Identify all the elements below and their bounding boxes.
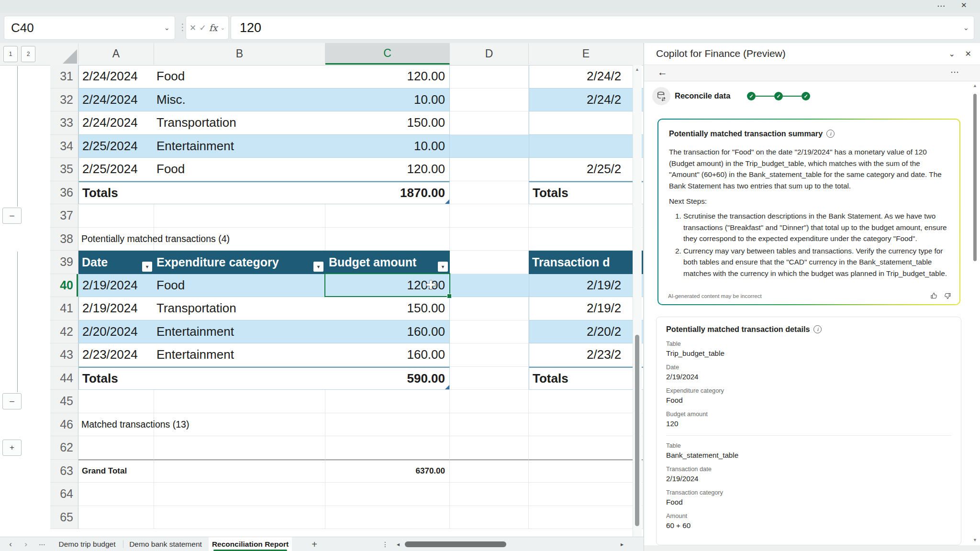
cell-amount[interactable]: 10.00 xyxy=(325,88,450,112)
thumbs-up-icon[interactable] xyxy=(930,292,938,300)
panel-more-icon[interactable]: ⋯ xyxy=(950,67,959,77)
cell-empty[interactable] xyxy=(325,228,450,251)
tabbar-menu-icon[interactable]: ⋮ xyxy=(379,537,391,551)
cell-amount[interactable]: 160.00 xyxy=(325,320,450,344)
scroll-up-icon[interactable]: ▲ xyxy=(635,67,639,72)
cell-empty[interactable] xyxy=(154,483,325,506)
cell-category[interactable]: Food xyxy=(154,274,325,298)
cell-category[interactable]: Misc. xyxy=(154,88,325,112)
table-header-budget-amount[interactable]: Budget amount▾ xyxy=(325,251,450,274)
vertical-scrollbar[interactable]: ▲ xyxy=(633,65,642,537)
cell-empty[interactable] xyxy=(529,460,643,483)
row-header-37[interactable]: 37 xyxy=(50,204,78,228)
function-dropdown-icon[interactable]: ⌄ xyxy=(221,25,225,31)
window-close-icon[interactable]: ✕ xyxy=(961,1,967,10)
row-header-35[interactable]: 35 xyxy=(50,158,78,181)
formula-bar-expand-icon[interactable]: ⌄ xyxy=(963,23,969,32)
panel-scrollbar-thumb[interactable] xyxy=(973,94,977,261)
cell-date[interactable]: 2/25/2024 xyxy=(78,158,154,181)
row-header-45[interactable]: 45 xyxy=(50,390,78,413)
select-all-corner[interactable] xyxy=(50,43,78,65)
table-header-date[interactable]: Date▾ xyxy=(78,251,154,274)
panel-scrollbar[interactable]: ▲ ▼ xyxy=(972,83,978,542)
cell-date[interactable]: 2/25/2024 xyxy=(78,135,154,158)
cell-totals-label[interactable]: Totals xyxy=(529,181,643,205)
cell-transaction-date[interactable]: 2/19/2 xyxy=(529,297,643,320)
hscroll-right-icon[interactable]: ▸ xyxy=(616,537,628,551)
cell-amount[interactable]: 150.00 xyxy=(325,297,450,320)
vertical-scrollbar-thumb[interactable] xyxy=(635,335,639,526)
cell-empty[interactable] xyxy=(450,367,529,390)
cell-empty[interactable] xyxy=(529,413,643,437)
formula-input[interactable]: 120 ⌄ xyxy=(231,16,974,40)
column-header-e[interactable]: E xyxy=(529,43,643,65)
cell-transaction-date[interactable]: 2/20/2 xyxy=(529,320,643,344)
row-header-38[interactable]: 38 xyxy=(50,228,78,251)
cell-empty[interactable] xyxy=(325,506,450,529)
cell-empty[interactable] xyxy=(450,251,529,274)
cell-transaction-date[interactable]: 2/25/2 xyxy=(529,158,643,181)
sheet-nav-forward-icon[interactable]: › xyxy=(20,537,32,551)
row-header-43[interactable]: 43 xyxy=(50,343,78,367)
cell-empty[interactable] xyxy=(450,320,529,344)
cell-empty[interactable] xyxy=(450,181,529,205)
cell-grand-total-label[interactable]: Grand Total xyxy=(78,460,154,483)
scroll-down-icon[interactable]: ▼ xyxy=(973,538,977,542)
cell-empty[interactable] xyxy=(450,297,529,320)
cell-empty[interactable] xyxy=(529,390,643,413)
cell-category[interactable]: Food xyxy=(154,158,325,181)
cell-date[interactable]: 2/23/2024 xyxy=(78,343,154,367)
row-header-44[interactable]: 44 xyxy=(50,367,78,390)
row-header-36[interactable]: 36 xyxy=(50,181,78,205)
cell-transaction-date[interactable]: 2/19/2 xyxy=(529,274,643,298)
cell-empty[interactable] xyxy=(450,460,529,483)
cell-empty[interactable] xyxy=(529,436,643,460)
expand-group-button[interactable]: + xyxy=(2,440,22,456)
cell-transaction-date[interactable] xyxy=(529,135,643,158)
cell-amount[interactable]: 120.00 xyxy=(325,158,450,181)
cell-empty[interactable] xyxy=(450,436,529,460)
window-more-icon[interactable]: ⋯ xyxy=(937,1,945,11)
cell-empty[interactable] xyxy=(450,228,529,251)
cell-transaction-date[interactable] xyxy=(529,111,643,135)
row-header-62[interactable]: 62 xyxy=(50,436,78,460)
cell-totals-amount[interactable]: 1870.00 xyxy=(325,181,450,205)
column-header-c[interactable]: C xyxy=(325,43,450,65)
cell-empty[interactable] xyxy=(450,483,529,506)
filter-dropdown-icon[interactable]: ▾ xyxy=(142,262,152,272)
filter-dropdown-icon[interactable]: ▾ xyxy=(313,262,323,272)
cell-empty[interactable] xyxy=(450,413,529,437)
cell-totals-amount[interactable]: 590.00 xyxy=(325,367,450,390)
cell-empty[interactable] xyxy=(154,181,325,205)
sheet-list-icon[interactable]: ⋯ xyxy=(36,537,48,551)
cell-transaction-date[interactable]: 2/24/2 xyxy=(529,65,643,88)
cell-empty[interactable] xyxy=(450,274,529,298)
cell-totals-label[interactable]: Totals xyxy=(78,367,154,390)
cell-empty[interactable] xyxy=(325,483,450,506)
cell-empty[interactable] xyxy=(529,483,643,506)
cancel-entry-icon[interactable]: ✕ xyxy=(189,23,196,33)
cell-date[interactable]: 2/19/2024 xyxy=(78,274,154,298)
row-header-40[interactable]: 40 xyxy=(50,274,78,298)
cell-empty[interactable] xyxy=(450,135,529,158)
cell-empty[interactable] xyxy=(450,343,529,367)
cell-empty[interactable] xyxy=(154,367,325,390)
cell-category[interactable]: Transportation xyxy=(154,297,325,320)
sheet-tab-reconciliation-report[interactable]: Reconciliation Report xyxy=(209,537,292,551)
cell-empty[interactable] xyxy=(78,204,154,228)
filter-dropdown-icon[interactable]: ▾ xyxy=(438,262,448,272)
cell-empty[interactable] xyxy=(450,204,529,228)
collapse-group-button[interactable]: – xyxy=(2,393,22,409)
horizontal-scrollbar-thumb[interactable] xyxy=(405,541,506,547)
cell-category[interactable]: Entertainment xyxy=(154,343,325,367)
scroll-up-icon[interactable]: ▲ xyxy=(973,83,977,88)
cell-date[interactable]: 2/19/2024 xyxy=(78,297,154,320)
outline-level-1-button[interactable]: 1 xyxy=(3,46,18,62)
row-header-41[interactable]: 41 xyxy=(50,297,78,320)
cell-empty[interactable] xyxy=(154,460,325,483)
cell-amount[interactable]: 150.00 xyxy=(325,111,450,135)
row-header-31[interactable]: 31 xyxy=(50,65,78,88)
cell-empty[interactable] xyxy=(529,228,643,251)
sheet-tab-demo-bank-statement[interactable]: Demo bank statement xyxy=(123,537,208,551)
cell-empty[interactable] xyxy=(325,436,450,460)
